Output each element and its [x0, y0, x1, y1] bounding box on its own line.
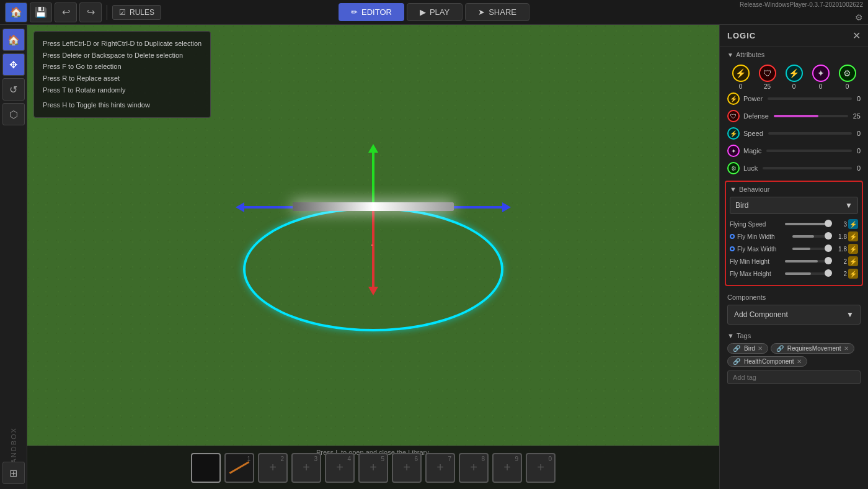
attributes-section-header[interactable]: ▼ Attributes	[720, 47, 868, 62]
canvas-area[interactable]: Press LeftCtrl-D or RightCtrl-D to Dupli…	[27, 25, 719, 489]
defense-icon-wrap: 🛡 25	[759, 65, 776, 90]
toolbar-slot-0[interactable]	[191, 453, 221, 483]
power-row: ⚡ Power 0	[720, 90, 868, 107]
slot-num-2: 2	[280, 455, 284, 462]
plus-icon-6: +	[403, 460, 410, 475]
fly-max-height-value: 2	[835, 271, 847, 277]
slot-num-4: 4	[347, 455, 351, 462]
fly-max-width-thumb	[825, 244, 832, 252]
toolbar-slot-4[interactable]: 4 +	[325, 453, 355, 483]
luck-icon: ⚙	[839, 65, 856, 82]
defense-bar	[774, 115, 818, 117]
tag-rm-label: RequiresMovement	[787, 345, 841, 352]
add-component-arrow-icon: ▼	[846, 310, 854, 319]
fly-min-height-label: Fly Min Height	[730, 258, 782, 265]
power-bar-wrap	[768, 97, 852, 100]
toolbar-slot-9[interactable]: 9 +	[492, 453, 522, 483]
magic-bar-wrap	[766, 150, 852, 152]
tags-arrow-icon: ▼	[727, 332, 734, 339]
settings-icon[interactable]: ⚙	[855, 12, 863, 22]
play-tab[interactable]: ▶ PLAY	[407, 3, 463, 21]
move-tool-button[interactable]: ✥	[2, 53, 25, 76]
editor-tab[interactable]: ✏ EDITOR	[339, 3, 404, 21]
toolbar-slot-6[interactable]: 6 +	[392, 453, 422, 483]
fly-max-width-slider[interactable]	[792, 248, 832, 250]
select-tool-button[interactable]: ⬡	[2, 103, 25, 125]
left-sidebar-bottom: ⊞	[2, 462, 25, 484]
toolbar-slot-2[interactable]: 2 +	[258, 453, 288, 483]
tag-rm-remove[interactable]: ✕	[844, 345, 849, 352]
flying-speed-label: Flying Speed	[730, 221, 782, 228]
plus-icon-2: +	[269, 460, 277, 475]
plus-icon-9: +	[503, 460, 511, 475]
fly-min-width-slider[interactable]	[792, 235, 832, 238]
toolbar-slot-7[interactable]: 7 +	[425, 453, 455, 483]
behaviour-dropdown[interactable]: Bird ▼	[730, 197, 858, 214]
magic-icon: ✦	[812, 65, 830, 82]
fly-min-width-thumb	[825, 232, 832, 240]
up-arrow-head	[368, 144, 378, 153]
selected-object	[293, 202, 454, 211]
tag-hc-remove[interactable]: ✕	[797, 358, 802, 365]
down-arrow-head	[368, 287, 378, 295]
undo-button[interactable]: ↩	[55, 2, 77, 22]
flying-speed-thumb	[825, 220, 832, 227]
arrow-mid-mark	[371, 244, 373, 246]
rotate-tool-button[interactable]: ↺	[2, 78, 25, 101]
speed-value: 0	[857, 130, 861, 137]
share-tab[interactable]: ➤ SHARE	[465, 3, 529, 21]
attributes-arrow-icon: ▼	[727, 52, 733, 58]
toolbar-slot-1[interactable]: 1	[224, 453, 254, 483]
defense-row-icon: 🛡	[727, 110, 740, 122]
flying-speed-slider[interactable]	[785, 223, 832, 225]
behaviour-label: Behaviour	[739, 186, 770, 193]
attribute-icons-row: ⚡ 0 🛡 25 ⚡ 0 ✦ 0 ⚙ 0	[720, 62, 868, 90]
speed-icon: ⚡	[786, 65, 803, 82]
tags-header[interactable]: ▼ Tags	[727, 332, 861, 339]
fly-max-height-icon: ⚡	[848, 269, 858, 279]
behaviour-value: Bird	[735, 201, 748, 210]
plus-icon-5: +	[370, 460, 377, 475]
logic-title: LOGIC	[727, 31, 756, 40]
defense-label: Defense	[743, 112, 769, 120]
toolbar-slot-3[interactable]: 3 +	[291, 453, 321, 483]
flying-speed-value: 3	[835, 221, 847, 228]
speed-label: Speed	[743, 130, 763, 137]
home-tool-button[interactable]: 🏠	[2, 29, 25, 51]
add-tag-input[interactable]	[727, 370, 861, 384]
toolbar-slot-8[interactable]: 8 +	[459, 453, 489, 483]
toolbar-slot-5[interactable]: 5 +	[358, 453, 388, 483]
slot-num-9: 9	[515, 455, 518, 462]
redo-button[interactable]: ↪	[79, 2, 102, 22]
attributes-label: Attributes	[736, 51, 764, 58]
toolbar-slot-10[interactable]: 0 +	[526, 453, 556, 483]
close-button[interactable]: ✕	[852, 30, 861, 42]
luck-row: ⚙ Luck 0	[720, 159, 868, 177]
fly-min-height-slider[interactable]	[785, 260, 832, 262]
defense-row: 🛡 Defense 25	[720, 107, 868, 125]
luck-icon-wrap: ⚙ 0	[839, 65, 856, 90]
power-icon: ⚡	[732, 65, 750, 82]
fly-max-height-thumb	[825, 269, 832, 277]
fly-max-height-slider[interactable]	[785, 272, 832, 275]
plus-icon-4: +	[336, 460, 343, 475]
defense-icon: 🛡	[759, 65, 776, 82]
rules-button[interactable]: ☑ RULES	[112, 5, 161, 20]
save-button[interactable]: 💾	[30, 2, 52, 22]
tag-bird-remove[interactable]: ✕	[758, 345, 763, 352]
magic-icon-value: 0	[819, 83, 823, 90]
power-label: Power	[743, 95, 763, 102]
add-component-label: Add Component	[734, 310, 788, 319]
magic-row-icon: ✦	[727, 145, 740, 157]
tag-requires-movement: 🔗 RequiresMovement ✕	[771, 343, 854, 354]
plus-icon-8: +	[470, 460, 477, 475]
behaviour-header[interactable]: ▼ Behaviour	[730, 186, 858, 193]
home-button[interactable]: 🏠	[5, 2, 27, 22]
add-component-button[interactable]: Add Component ▼	[727, 305, 861, 325]
plus-icon-7: +	[436, 460, 444, 475]
hint-line-5: Press T to Rotate randomly	[43, 84, 202, 96]
luck-icon-value: 0	[846, 83, 849, 90]
tag-health-component: 🔗 HealthComponent ✕	[727, 356, 807, 367]
luck-value: 0	[857, 164, 861, 172]
library-button[interactable]: ⊞	[2, 462, 25, 484]
